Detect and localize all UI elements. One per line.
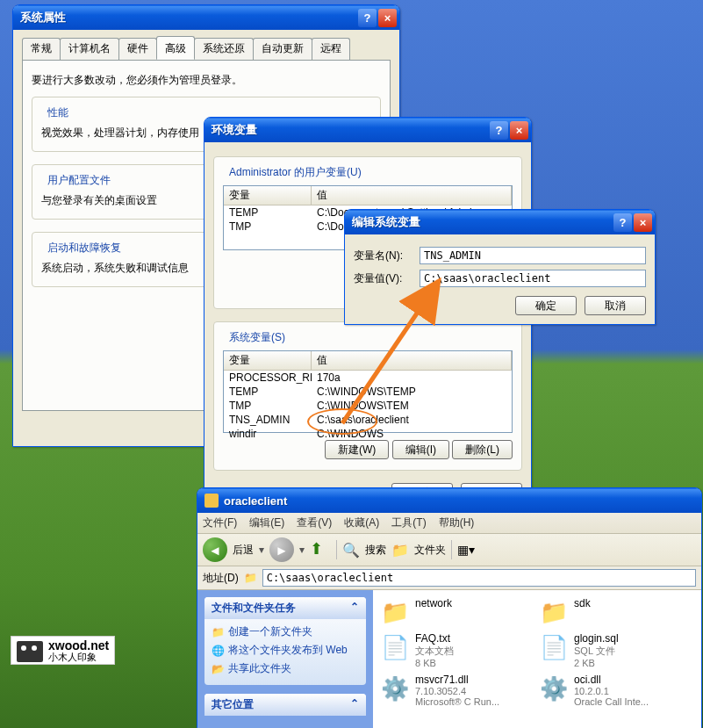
chevron-down-icon[interactable]: ▾	[259, 544, 264, 556]
new-folder-link[interactable]: 📁创建一个新文件夹	[212, 623, 359, 641]
tab-remote[interactable]: 远程	[312, 38, 350, 60]
profile-title: 用户配置文件	[45, 173, 113, 188]
address-label: 地址(D)	[203, 571, 239, 586]
search-icon[interactable]: 🔍	[342, 542, 360, 559]
menu-file[interactable]: 文件(F)	[203, 515, 237, 530]
menu-view[interactable]: 查看(V)	[297, 515, 332, 530]
text-icon: 📄	[380, 632, 410, 662]
folders-label[interactable]: 文件夹	[414, 543, 446, 558]
explorer-sidebar: 文件和文件夹任务⌃ 📁创建一个新文件夹 🌐将这个文件夹发布到 Web 📂共享此文…	[197, 590, 373, 728]
edit-title: 编辑系统变量	[352, 214, 613, 230]
forward-button[interactable]: ►	[269, 537, 294, 562]
table-row[interactable]: TMPC:\WINDOWS\TEM	[224, 399, 512, 413]
share-icon: 📂	[212, 663, 225, 675]
col-value: 值	[312, 351, 512, 370]
intro-text: 要进行大多数改动，您必须作为管理员登录。	[32, 73, 381, 88]
var-value-input[interactable]	[420, 270, 646, 287]
folders-icon[interactable]: 📁	[391, 542, 409, 559]
ok-button[interactable]: 确定	[515, 296, 577, 315]
startup-title: 启动和故障恢复	[45, 241, 124, 256]
sys-vars-title: 系统变量(S)	[226, 330, 288, 345]
env-titlebar[interactable]: 环境变量 ? ×	[204, 118, 531, 142]
tab-advanced[interactable]: 高级	[156, 36, 195, 60]
col-variable: 变量	[224, 186, 312, 205]
list-item[interactable]: 📁network	[380, 597, 534, 627]
folder-icon: 📁	[212, 626, 225, 638]
watermark: xwood.net小木人印象	[11, 636, 115, 665]
table-row[interactable]: TEMPC:\WINDOWS\TEMP	[224, 385, 512, 399]
back-label: 后退	[233, 543, 254, 558]
edit-sysvar-dialog: 编辑系统变量 ? × 变量名(N): 变量值(V): 确定 取消	[344, 209, 656, 325]
chevron-down-icon[interactable]: ▾	[299, 544, 305, 556]
edit-titlebar[interactable]: 编辑系统变量 ? ×	[345, 210, 655, 234]
list-item[interactable]: ⚙️oci.dll10.2.0.1Oracle Call Inte...	[539, 674, 692, 707]
sys-delete-button[interactable]: 删除(L)	[452, 440, 513, 459]
address-bar: 地址(D) 📁	[197, 566, 701, 590]
folder-icon	[204, 494, 219, 508]
sys-edit-button[interactable]: 编辑(I)	[392, 440, 449, 459]
col-value: 值	[312, 186, 512, 205]
close-icon[interactable]: ×	[634, 213, 652, 232]
list-item[interactable]: 📄FAQ.txt文本文档8 KB	[380, 632, 534, 668]
var-name-label: 变量名(N):	[354, 249, 420, 263]
dll-icon: ⚙️	[380, 674, 410, 703]
explorer-navbar: ◄ 后退 ▾ ► ▾ ⬆ 🔍 搜索 📁 文件夹 ▦▾	[197, 534, 701, 566]
explorer-title: oracleclient	[224, 494, 699, 508]
tab-auto-update[interactable]: 自动更新	[253, 38, 312, 60]
menu-favorites[interactable]: 收藏(A)	[344, 515, 379, 530]
collapse-icon[interactable]: ⌃	[350, 697, 359, 712]
menu-help[interactable]: 帮助(H)	[439, 515, 475, 530]
search-label[interactable]: 搜索	[365, 543, 386, 558]
close-icon[interactable]: ×	[510, 121, 528, 140]
list-item[interactable]: ⚙️msvcr71.dll7.10.3052.4Microsoft® C Run…	[380, 674, 534, 707]
list-item[interactable]: 📄glogin.sqlSQL 文件2 KB	[539, 632, 692, 668]
tasks-title: 文件和文件夹任务	[212, 601, 296, 616]
menu-tools[interactable]: 工具(T)	[391, 515, 426, 530]
explorer-window: oracleclient 文件(F) 编辑(E) 查看(V) 收藏(A) 工具(…	[197, 487, 702, 728]
table-row[interactable]: windirC:\WINDOWS	[224, 427, 512, 441]
var-name-input[interactable]	[420, 247, 646, 264]
explorer-titlebar[interactable]: oracleclient	[197, 488, 701, 513]
help-icon[interactable]: ?	[613, 213, 632, 232]
views-button[interactable]: ▦▾	[457, 543, 475, 557]
sysprops-titlebar[interactable]: 系统属性 ? ×	[13, 5, 399, 30]
user-vars-title: Administrator 的用户变量(U)	[226, 165, 364, 180]
robot-icon	[17, 641, 43, 662]
env-title: 环境变量	[212, 122, 490, 138]
table-row[interactable]: PROCESSOR_RE...170a	[224, 371, 512, 385]
explorer-menubar: 文件(F) 编辑(E) 查看(V) 收藏(A) 工具(T) 帮助(H)	[197, 513, 701, 534]
help-icon[interactable]: ?	[358, 9, 377, 27]
collapse-icon[interactable]: ⌃	[350, 601, 359, 616]
address-input[interactable]	[262, 569, 696, 587]
back-button[interactable]: ◄	[203, 537, 227, 562]
other-places-title: 其它位置	[212, 697, 254, 712]
explorer-file-list[interactable]: 📁network 📁sdk 📄FAQ.txt文本文档8 KB 📄glogin.s…	[373, 590, 701, 728]
close-icon[interactable]: ×	[378, 9, 397, 27]
sys-vars-list[interactable]: 变量 值 PROCESSOR_RE...170a TEMPC:\WINDOWS\…	[223, 350, 513, 433]
tab-system-restore[interactable]: 系统还原	[194, 38, 254, 60]
tab-computer-name[interactable]: 计算机名	[60, 38, 119, 60]
sys-new-button[interactable]: 新建(W)	[325, 440, 389, 459]
globe-icon: 🌐	[212, 645, 225, 657]
tab-general[interactable]: 常规	[22, 38, 61, 60]
tab-hardware[interactable]: 硬件	[118, 38, 157, 60]
sysprops-title: 系统属性	[20, 10, 358, 25]
dll-icon: ⚙️	[539, 674, 569, 703]
sysprops-tabs: 常规 计算机名 硬件 高级 系统还原 自动更新 远程	[22, 38, 391, 61]
up-button[interactable]: ⬆	[310, 539, 331, 560]
text-icon: 📄	[539, 632, 569, 662]
performance-title: 性能	[45, 105, 71, 120]
col-variable: 变量	[224, 351, 312, 370]
folder-icon: 📁	[244, 572, 257, 584]
table-row[interactable]: TNS_ADMINC:\saas\oracleclient	[224, 413, 512, 427]
share-link[interactable]: 📂共享此文件夹	[212, 660, 359, 678]
publish-link[interactable]: 🌐将这个文件夹发布到 Web	[212, 641, 359, 660]
menu-edit[interactable]: 编辑(E)	[249, 515, 284, 530]
list-item[interactable]: 📁sdk	[539, 597, 692, 627]
folder-icon: 📁	[380, 597, 410, 627]
cancel-button[interactable]: 取消	[585, 296, 646, 315]
help-icon[interactable]: ?	[490, 121, 508, 140]
folder-icon: 📁	[539, 597, 569, 627]
var-value-label: 变量值(V):	[354, 271, 420, 286]
